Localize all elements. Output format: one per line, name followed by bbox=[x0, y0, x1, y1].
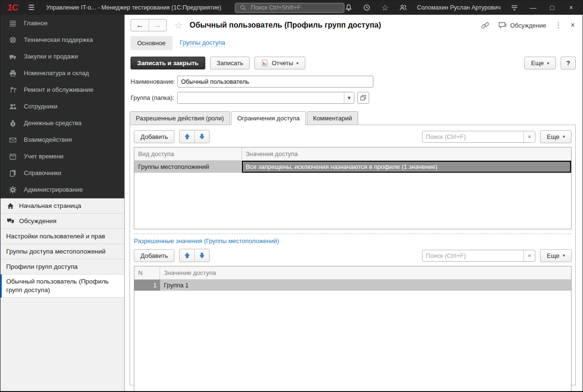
printer-icon bbox=[9, 69, 17, 78]
group-field-input[interactable] bbox=[178, 92, 344, 103]
favorite-star-icon[interactable]: ☆ bbox=[174, 20, 183, 31]
global-search-input[interactable] bbox=[250, 4, 341, 11]
name-field[interactable] bbox=[177, 76, 373, 88]
discussion-button[interactable]: Обсуждение bbox=[498, 21, 546, 29]
move-down-button[interactable] bbox=[194, 249, 209, 262]
reports-label: Отчеты bbox=[271, 59, 293, 67]
sidebar-item-main[interactable]: Главное bbox=[0, 15, 124, 31]
help-button[interactable]: ? bbox=[561, 57, 576, 69]
forward-button[interactable]: → bbox=[149, 20, 166, 31]
restrictions-search[interactable]: × bbox=[422, 131, 535, 143]
notifications-bell-icon[interactable] bbox=[344, 3, 353, 12]
column-number[interactable]: N bbox=[134, 266, 160, 279]
allowed-values-search[interactable]: × bbox=[422, 250, 535, 262]
table-row[interactable]: 1 Группа 1 bbox=[134, 280, 571, 291]
history-icon[interactable] bbox=[362, 3, 371, 12]
row-number-cell[interactable]: 1 bbox=[134, 280, 160, 291]
sidebar-item-label: Администрирование bbox=[24, 186, 83, 193]
sidebar-item-label: Справочники bbox=[24, 169, 61, 176]
main-menu-icon[interactable]: ☰ bbox=[28, 3, 34, 12]
group-field[interactable]: ▾ bbox=[177, 92, 354, 104]
access-value-cell[interactable]: Группа 1 bbox=[160, 280, 571, 291]
form-header: ← → ☆ Обычный пользователь (Профиль груп… bbox=[125, 15, 583, 33]
sidebar-item-home[interactable]: Начальная страница bbox=[0, 198, 124, 214]
column-access-value[interactable]: Значение доступа bbox=[160, 266, 571, 279]
close-window-button[interactable]: × bbox=[566, 4, 576, 11]
service-menu-icon[interactable] bbox=[510, 3, 519, 12]
sidebar-item-discussions[interactable]: Обсуждения bbox=[0, 214, 124, 229]
minimize-button[interactable]: — bbox=[528, 4, 538, 11]
sidebar-item-location-access-groups[interactable]: Группы доступа местоположений bbox=[0, 244, 124, 259]
move-down-button[interactable] bbox=[194, 130, 209, 143]
sidebar-item-catalogs[interactable]: Справочники bbox=[0, 165, 124, 181]
column-access-values[interactable]: Значения доступа bbox=[242, 147, 571, 160]
sidebar-item-current-profile[interactable]: Обычный пользователь (Профиль групп дост… bbox=[0, 274, 124, 298]
sidebar-item-nomenclature[interactable]: Номенклатура и склад bbox=[0, 65, 124, 81]
column-access-kind[interactable]: Вид доступа bbox=[134, 147, 242, 160]
access-kind-cell[interactable]: Группы местоположений bbox=[134, 161, 242, 173]
lifebuoy-icon bbox=[9, 36, 17, 44]
favorites-star-icon[interactable]: ☆ bbox=[381, 3, 389, 12]
mail-icon bbox=[9, 136, 17, 144]
restrictions-search-input[interactable] bbox=[422, 131, 523, 142]
save-button[interactable]: Записать bbox=[210, 57, 250, 69]
clear-search-icon[interactable]: × bbox=[523, 250, 535, 261]
back-button[interactable]: ← bbox=[131, 20, 149, 31]
sidebar-item-label: Учет времени bbox=[24, 153, 63, 160]
more-actions-icon[interactable]: ⋮ bbox=[555, 21, 562, 29]
table-empty-area[interactable] bbox=[134, 173, 571, 229]
users-icon[interactable] bbox=[399, 3, 407, 12]
global-search[interactable] bbox=[235, 3, 345, 13]
sidebar-item-time-tracking[interactable]: 7 Учет времени bbox=[0, 148, 124, 165]
close-form-icon[interactable]: × bbox=[571, 21, 575, 29]
reports-button[interactable]: Отчеты ▾ bbox=[254, 57, 305, 69]
sidebar-item-access-group-profiles[interactable]: Профили групп доступа bbox=[0, 259, 124, 274]
more-button[interactable]: Еще ▾ bbox=[524, 57, 556, 69]
allowed-values-table: N Значение доступа 1 Группа 1 bbox=[134, 266, 572, 392]
sidebar-item-money[interactable]: $ Денежные средства bbox=[0, 115, 124, 131]
maximize-button[interactable]: □ bbox=[547, 4, 557, 11]
sidebar-item-user-rights-settings[interactable]: Настройки пользователей и прав bbox=[0, 229, 124, 244]
clear-search-icon[interactable]: × bbox=[523, 131, 535, 142]
sidebar-item-purchases[interactable]: Закупки и продажи bbox=[0, 48, 124, 65]
tab-main[interactable]: Основное bbox=[131, 36, 172, 50]
sidebar-item-label: Взаимодействия bbox=[24, 136, 72, 143]
main-content: ← → ☆ Обычный пользователь (Профиль груп… bbox=[124, 15, 583, 391]
people-icon bbox=[9, 102, 17, 111]
allowed-values-search-input[interactable] bbox=[422, 250, 523, 261]
allowed-values-toolbar: Добавить × bbox=[134, 248, 572, 266]
tab-allowed-actions[interactable]: Разрешенные действия (роли) bbox=[130, 111, 230, 125]
sidebar-item-label: Сотрудники bbox=[24, 103, 57, 110]
group-open-button[interactable] bbox=[357, 92, 369, 104]
tab-access-restrictions[interactable]: Ограничения доступа bbox=[231, 111, 306, 125]
sidebar-item-repair[interactable]: Ремонт и обслуживание bbox=[0, 81, 124, 98]
sidebar-item-interactions[interactable]: Взаимодействия bbox=[0, 131, 124, 148]
group-dropdown-caret-icon[interactable]: ▾ bbox=[344, 92, 354, 103]
table-row[interactable]: Группы местоположений Все запрещены, иск… bbox=[134, 161, 571, 173]
save-and-close-button[interactable]: Записать и закрыть bbox=[131, 57, 205, 69]
table-header: N Значение доступа bbox=[134, 266, 571, 280]
repair-flags-icon bbox=[9, 86, 17, 94]
tab-comment[interactable]: Комментарий bbox=[307, 111, 358, 125]
sidebar-item-label: Номенклатура и склад bbox=[24, 69, 89, 77]
current-user-name[interactable]: Соломахин Руслан Артурович bbox=[417, 4, 501, 11]
tab-access-groups[interactable]: Группы доступа bbox=[180, 39, 225, 47]
sidebar-item-employees[interactable]: Сотрудники bbox=[0, 98, 124, 115]
sidebar-item-label: Обсуждения bbox=[19, 217, 56, 225]
allowed-values-more-button[interactable]: Еще ▾ bbox=[540, 249, 572, 262]
sidebar-item-tech-support[interactable]: Техническая поддержка bbox=[0, 31, 124, 48]
get-link-icon[interactable] bbox=[481, 21, 490, 30]
add-value-button[interactable]: Добавить bbox=[134, 249, 174, 262]
table-empty-area[interactable] bbox=[134, 291, 571, 392]
move-up-button[interactable] bbox=[180, 249, 194, 262]
sidebar-item-label: Ремонт и обслуживание bbox=[24, 86, 93, 93]
restrictions-panel: Добавить × bbox=[130, 125, 576, 385]
sidebar-item-administration[interactable]: Администрирование bbox=[0, 181, 124, 198]
app-window: 1С ☰ Управление IT-о... - Менеджер тести… bbox=[0, 0, 583, 392]
move-up-button[interactable] bbox=[180, 130, 194, 143]
sidebar-item-label: Профили групп доступа bbox=[6, 263, 78, 270]
restrictions-more-button[interactable]: Еще ▾ bbox=[540, 130, 572, 143]
add-button[interactable]: Добавить bbox=[134, 130, 174, 143]
discussion-label: Обсуждение bbox=[510, 22, 546, 29]
access-values-cell-focused[interactable]: Все запрещены, исключения назначаются в … bbox=[242, 161, 571, 173]
